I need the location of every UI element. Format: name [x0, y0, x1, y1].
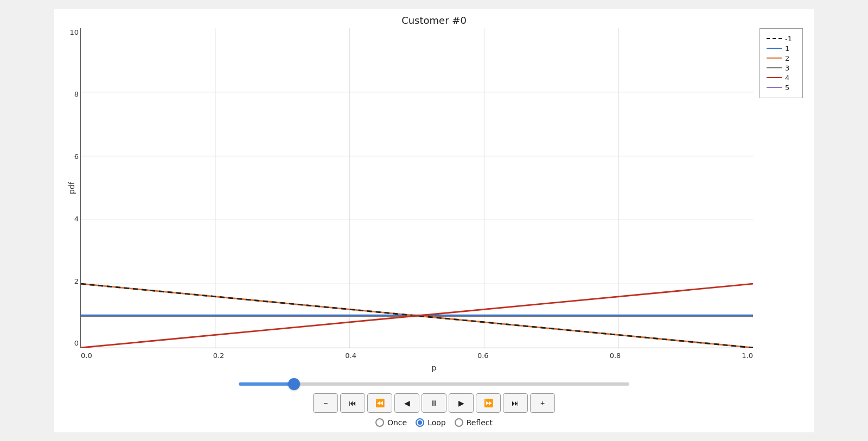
legend-label-2: 2: [785, 54, 789, 62]
once-radio-circle: [375, 418, 384, 427]
legend-label-4: 4: [785, 74, 789, 82]
skip-to-end-button[interactable]: ⏭: [503, 393, 528, 413]
chart-area: pdf 10 8 6 4 2 0 0.0 0.2 0.4 0.6: [65, 28, 803, 348]
y-tick-10: 10: [61, 28, 79, 36]
legend-box: -1 1 2 3 4: [760, 28, 803, 98]
legend-line-5: [767, 87, 782, 88]
legend-line-1: [767, 48, 782, 49]
chart-frame: 10 8 6 4 2 0 0.0 0.2 0.4 0.6 0.8 1.0: [80, 28, 753, 348]
legend-item-minus1: -1: [767, 35, 796, 43]
legend-label-1: 1: [785, 44, 789, 53]
pause-button[interactable]: ⏸: [422, 393, 446, 413]
minus-button[interactable]: −: [313, 393, 338, 413]
plus-button[interactable]: +: [530, 393, 555, 413]
x-axis-label: p: [432, 363, 437, 372]
y-tick-2: 2: [61, 277, 79, 285]
y-tick-0: 0: [61, 339, 79, 347]
x-tick-06: 0.6: [477, 351, 489, 360]
x-axis-ticks: 0.0 0.2 0.4 0.6 0.8 1.0: [81, 351, 753, 360]
skip-to-start-button[interactable]: ⏮: [340, 393, 365, 413]
y-tick-8: 8: [61, 90, 79, 98]
legend-item-3: 3: [767, 64, 796, 72]
controls-area: − ⏮ ⏪ ◀ ⏸ ▶ ⏩ ⏭ + Once Loop Re: [65, 378, 803, 427]
legend-item-2: 2: [767, 54, 796, 62]
animation-slider[interactable]: [239, 382, 629, 386]
main-container: Customer #0 pdf 10 8 6 4 2 0 0.0 0.2 0.4: [54, 9, 814, 432]
y-tick-4: 4: [61, 215, 79, 223]
step-back-button[interactable]: ⏪: [367, 393, 392, 413]
chart-svg: [81, 28, 753, 348]
loop-options: Once Loop Reflect: [375, 418, 493, 427]
slider-container: [239, 378, 629, 388]
legend-line-2: [767, 57, 782, 59]
legend-item-5: 5: [767, 84, 796, 92]
x-tick-02: 0.2: [213, 351, 225, 360]
reflect-option[interactable]: Reflect: [455, 418, 493, 427]
x-tick-08: 0.8: [610, 351, 621, 360]
x-tick-04: 0.4: [345, 351, 356, 360]
legend-label-5: 5: [785, 84, 789, 92]
once-label: Once: [387, 418, 407, 427]
loop-radio-circle: [416, 418, 424, 427]
reflect-label: Reflect: [467, 418, 493, 427]
legend-item-4: 4: [767, 74, 796, 82]
reverse-button[interactable]: ◀: [394, 393, 419, 413]
y-axis-ticks: 10 8 6 4 2 0: [61, 28, 79, 348]
x-tick-1: 1.0: [742, 351, 753, 360]
legend-line-minus1: [767, 38, 782, 39]
legend-label-minus1: -1: [785, 35, 792, 43]
legend-line-4: [767, 77, 782, 78]
step-forward-button[interactable]: ⏩: [476, 393, 501, 413]
loop-label: Loop: [427, 418, 446, 427]
reflect-radio-circle: [455, 418, 463, 427]
loop-option[interactable]: Loop: [416, 418, 446, 427]
loop-radio-dot: [418, 420, 422, 425]
x-tick-0: 0.0: [81, 351, 92, 360]
legend-label-3: 3: [785, 64, 789, 72]
y-tick-6: 6: [61, 152, 79, 161]
play-button[interactable]: ▶: [449, 393, 474, 413]
legend-item-1: 1: [767, 44, 796, 53]
chart-title: Customer #0: [401, 15, 467, 26]
once-option[interactable]: Once: [375, 418, 407, 427]
chart-with-legend: 10 8 6 4 2 0 0.0 0.2 0.4 0.6 0.8 1.0: [80, 28, 803, 348]
playback-buttons: − ⏮ ⏪ ◀ ⏸ ▶ ⏩ ⏭ +: [313, 393, 555, 413]
legend-line-3: [767, 67, 782, 68]
